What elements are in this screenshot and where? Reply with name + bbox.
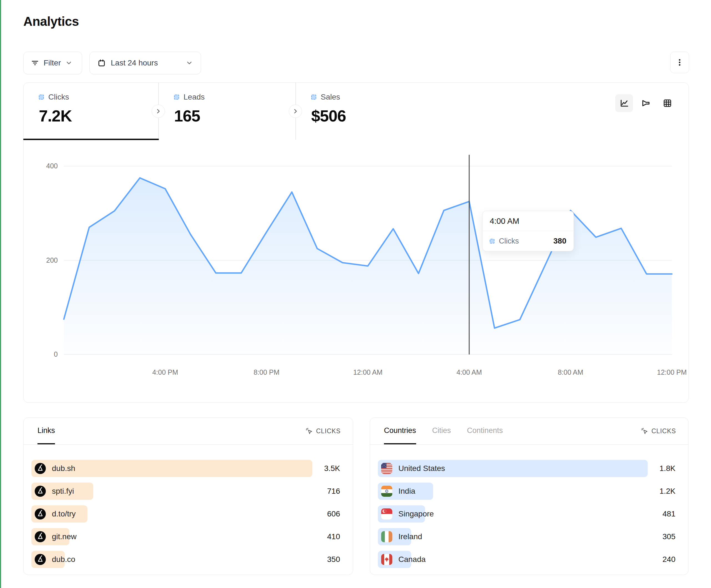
- y-axis-tick-label: 200: [27, 256, 58, 264]
- link-row-value: 716: [327, 482, 340, 500]
- dub-logo-icon: [35, 485, 46, 497]
- chevron-right-icon: [292, 108, 298, 114]
- country-row[interactable]: India1.2K: [370, 482, 688, 500]
- country-row-value: 1.8K: [659, 460, 675, 477]
- clicks-series-dot-icon: [490, 239, 494, 244]
- y-axis-tick-label: 0: [27, 350, 58, 358]
- link-row[interactable]: d.to/try606: [24, 505, 353, 523]
- country-row[interactable]: United States1.8K: [370, 460, 688, 477]
- link-row-name: spti.fyi: [52, 487, 74, 496]
- tab-cities[interactable]: Cities: [432, 418, 451, 444]
- chevron-down-icon: [65, 59, 72, 67]
- x-axis-tick-label: 4:00 PM: [152, 368, 178, 376]
- country-row-value: 1.2K: [659, 482, 675, 500]
- link-row-name: git.new: [52, 532, 77, 541]
- tab-clicks[interactable]: Clicks 7.2K: [23, 83, 158, 140]
- metric-label: Leads: [184, 93, 204, 101]
- tab-continents[interactable]: Continents: [467, 418, 503, 444]
- link-row-value: 606: [327, 505, 340, 523]
- country-row-bar: United States: [378, 460, 648, 477]
- link-row-name: dub.sh: [52, 464, 75, 473]
- countries-sort-by-clicks[interactable]: CLICKS: [641, 418, 676, 444]
- links-sort-by-clicks[interactable]: CLICKS: [305, 418, 341, 444]
- date-range-button[interactable]: Last 24 hours: [89, 51, 201, 74]
- canada-flag-icon: [381, 554, 392, 565]
- country-row-bar: Singapore: [378, 505, 425, 523]
- country-row-name: India: [398, 487, 415, 496]
- x-axis-tick-label: 12:00 PM: [657, 368, 687, 376]
- country-row[interactable]: Singapore481: [370, 505, 688, 523]
- dub-logo-icon: [35, 508, 46, 520]
- ireland-flag-icon: [381, 531, 392, 542]
- country-row-bar: India: [378, 482, 433, 500]
- page-title: Analytics: [23, 14, 79, 29]
- country-row-name: United States: [398, 464, 445, 473]
- filter-button-label: Filter: [44, 59, 61, 67]
- dub-logo-icon: [35, 508, 46, 520]
- x-axis-tick-label: 8:00 AM: [558, 368, 583, 376]
- y-axis-tick-label: 400: [27, 162, 58, 170]
- dub-logo-icon: [35, 463, 46, 474]
- dub-logo-icon: [35, 463, 46, 474]
- calendar-icon: [98, 59, 106, 67]
- country-row-name: Ireland: [398, 532, 422, 541]
- x-axis-tick-label: 8:00 PM: [254, 368, 279, 376]
- tab-countries[interactable]: Countries: [384, 418, 416, 444]
- link-row[interactable]: spti.fyi716: [24, 482, 353, 500]
- link-row-value: 410: [327, 528, 340, 545]
- country-row-bar: Ireland: [378, 528, 411, 545]
- country-row-name: Canada: [398, 555, 426, 564]
- chevron-down-icon: [186, 59, 193, 67]
- filter-button[interactable]: Filter: [23, 51, 82, 74]
- link-row-bar: d.to/try: [31, 505, 87, 523]
- line-chart-icon: [619, 98, 629, 109]
- link-row[interactable]: git.new410: [24, 528, 353, 545]
- country-row-bar: Canada: [378, 551, 411, 568]
- tab-links[interactable]: Links: [38, 418, 55, 444]
- country-row-name: Singapore: [398, 510, 434, 518]
- next-metric-chevron-button[interactable]: [289, 105, 302, 118]
- window-edge-accent: [0, 0, 1, 588]
- tooltip-series-label: Clicks: [499, 237, 549, 246]
- chart-type-table-button[interactable]: [659, 94, 676, 112]
- tab-sales[interactable]: Sales $506: [296, 83, 490, 140]
- x-axis-tick-label: 4:00 AM: [456, 368, 482, 376]
- india-flag-icon: [381, 485, 392, 497]
- country-row-value: 481: [663, 505, 675, 523]
- country-row[interactable]: Ireland305: [370, 528, 688, 545]
- country-row-value: 240: [663, 551, 675, 568]
- next-metric-chevron-button[interactable]: [152, 105, 165, 118]
- dub-logo-icon: [35, 554, 46, 565]
- chart-type-funnel-button[interactable]: [637, 94, 655, 112]
- date-range-label: Last 24 hours: [111, 59, 158, 67]
- cursor-click-icon: [641, 427, 648, 435]
- clicks-area-chart[interactable]: [23, 150, 689, 369]
- country-row[interactable]: Canada240: [370, 551, 688, 568]
- tooltip-value: 380: [553, 236, 566, 246]
- leads-series-dot-icon: [174, 95, 179, 99]
- singapore-flag-icon: [381, 508, 392, 520]
- table-grid-icon: [662, 98, 673, 109]
- canada-flag-icon: [381, 554, 392, 565]
- more-options-button[interactable]: [670, 51, 689, 73]
- dub-logo-icon: [35, 531, 46, 542]
- link-row[interactable]: dub.sh3.5K: [24, 460, 353, 477]
- chart-type-line-button[interactable]: [615, 94, 633, 112]
- dub-logo-icon: [35, 554, 46, 565]
- singapore-flag-icon: [381, 508, 392, 520]
- link-row-bar: git.new: [31, 528, 69, 545]
- tab-leads[interactable]: Leads 165: [158, 83, 296, 140]
- link-row-bar: dub.sh: [31, 460, 312, 477]
- clicks-series-dot-icon: [39, 95, 44, 99]
- us-flag-icon: [381, 463, 392, 474]
- link-row[interactable]: dub.co350: [24, 551, 353, 568]
- countries-panel: Countries Cities Continents CLICKS Unite…: [370, 417, 689, 575]
- metric-value: 165: [174, 107, 296, 125]
- active-tab-underline: [23, 139, 159, 140]
- dub-logo-icon: [35, 531, 46, 542]
- x-axis-tick-label: 12:00 AM: [353, 368, 383, 376]
- india-flag-icon: [381, 485, 392, 497]
- link-row-value: 350: [327, 551, 340, 568]
- metric-value: 7.2K: [39, 107, 158, 125]
- sort-header-label: CLICKS: [316, 427, 341, 435]
